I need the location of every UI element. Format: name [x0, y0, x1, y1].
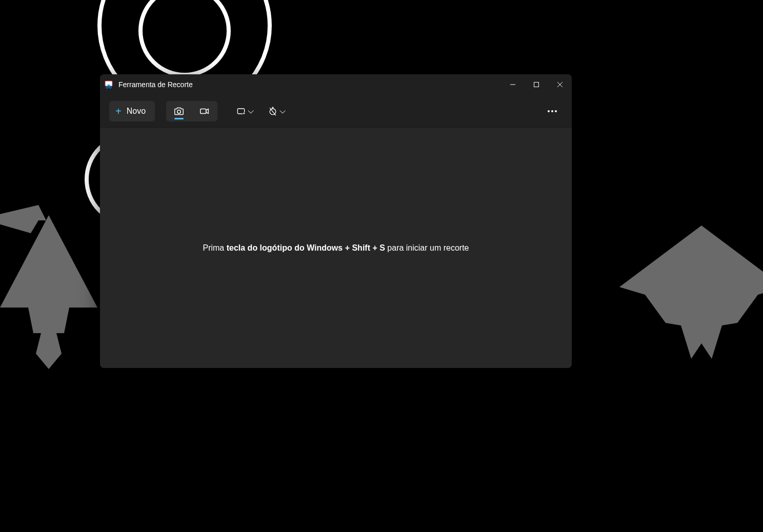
hint-shortcut: tecla do logótipo do Windows + Shift + S: [227, 243, 385, 252]
more-options-button[interactable]: [542, 101, 563, 121]
titlebar[interactable]: Ferramenta de Recorte: [100, 74, 572, 95]
new-button-label: Novo: [127, 107, 146, 116]
camera-icon: [173, 106, 185, 117]
new-button[interactable]: + Novo: [109, 101, 155, 121]
chevron-down-icon: [248, 110, 253, 113]
minimize-button[interactable]: [501, 74, 525, 95]
snip-photo-button[interactable]: [166, 101, 192, 121]
close-button[interactable]: [548, 74, 572, 95]
hint-text: Prima tecla do logótipo do Windows + Shi…: [203, 243, 469, 253]
svg-rect-9: [534, 83, 539, 87]
video-icon: [199, 106, 210, 117]
rectangle-icon: [236, 106, 246, 116]
maximize-button[interactable]: [525, 74, 548, 95]
timer-off-icon: [268, 106, 278, 116]
app-icon: [104, 80, 113, 89]
dot-icon: [555, 110, 557, 112]
wallpaper-jet-right: [619, 226, 763, 359]
dot-icon: [551, 110, 553, 112]
snip-shape-dropdown[interactable]: [232, 101, 256, 121]
window-title: Ferramenta de Recorte: [118, 80, 193, 89]
capture-mode-group: [166, 101, 217, 121]
delay-dropdown[interactable]: [264, 101, 288, 121]
content-area: Prima tecla do logótipo do Windows + Shi…: [100, 128, 572, 368]
svg-marker-1: [0, 215, 97, 369]
plus-icon: +: [115, 106, 122, 116]
chevron-down-icon: [279, 110, 285, 113]
svg-rect-13: [200, 109, 206, 113]
snipping-tool-window: Ferramenta de Recorte + Novo: [100, 74, 572, 368]
toolbar: + Novo: [100, 95, 572, 128]
svg-point-12: [177, 110, 180, 113]
hint-prefix: Prima: [203, 243, 226, 252]
svg-marker-2: [619, 226, 763, 359]
hint-suffix: para iniciar um recorte: [385, 243, 469, 252]
snip-video-button[interactable]: [192, 101, 217, 121]
dot-icon: [548, 110, 550, 112]
wallpaper-jet-left: [0, 215, 113, 369]
